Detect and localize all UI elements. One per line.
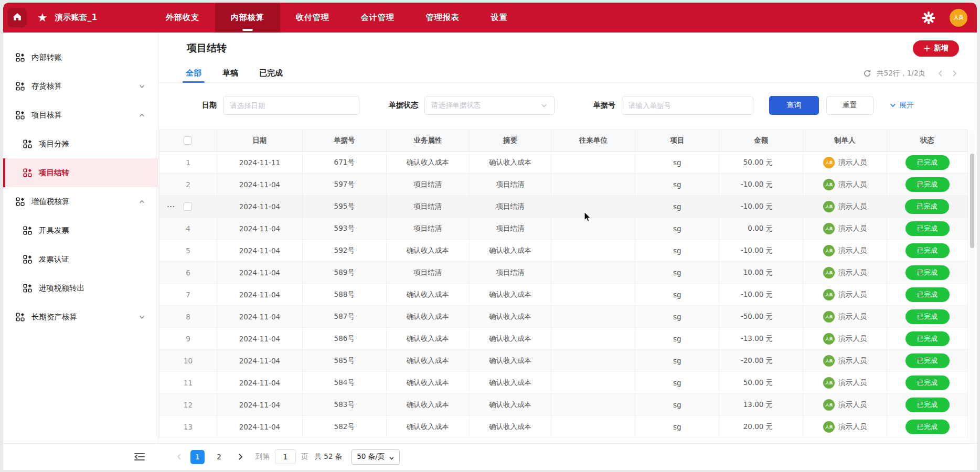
creator-avatar: 人员 [823, 355, 835, 367]
creator-name: 演示人员 [838, 158, 867, 167]
module-icon [16, 313, 25, 321]
row-more-actions-icon[interactable]: ⋯ [164, 196, 178, 217]
table-cell: 确认收入成本 [387, 152, 470, 173]
status-filter-label: 单据状态 [389, 101, 418, 110]
header-pager [937, 70, 958, 77]
table-cell: 13 [159, 416, 217, 437]
nav-item[interactable]: 会计管理 [345, 3, 410, 33]
table-cell: 592号 [303, 240, 387, 261]
favorite-star-icon[interactable]: ★ [37, 12, 48, 24]
creator-avatar: 人员 [823, 223, 835, 234]
table-row[interactable]: 122024-11-04583号确认收入成本确认收入成本sg13.00 元人员演… [159, 394, 967, 416]
chevron-down-icon [540, 102, 548, 109]
sidebar-item[interactable]: 项目分摊 [3, 130, 158, 158]
select-all-checkbox[interactable] [184, 136, 192, 145]
user-avatar[interactable]: 人员 [950, 9, 967, 27]
account-title: 演示账套_1 [55, 13, 98, 23]
table-cell: 项目结清 [470, 218, 552, 239]
table-row[interactable]: 12024-11-11671号确认收入成本确认收入成本sg50.00 元人员演示… [159, 152, 967, 174]
scrollbar-thumb[interactable] [970, 154, 974, 248]
row-number: 7 [186, 291, 190, 299]
table-cell [551, 218, 635, 239]
sidebar-item[interactable]: 存货核算 [3, 72, 158, 101]
table-cell: 已完成 [887, 262, 967, 283]
table-cell: sg [635, 284, 719, 305]
table-row[interactable]: 72024-11-04588号确认收入成本确认收入成本sg-10.00 元人员演… [159, 284, 967, 306]
sidebar-item[interactable]: 增值税核算 [3, 187, 158, 216]
chevron-down-icon [139, 314, 145, 320]
table-row[interactable]: 102024-11-04585号确认收入成本确认收入成本sg-20.00 元人员… [159, 350, 967, 372]
nav-item[interactable]: 设置 [475, 3, 524, 33]
status-badge: 已完成 [906, 287, 950, 302]
topbar-actions: 人员 [922, 9, 967, 27]
pagination-prev-icon[interactable] [176, 453, 183, 460]
sidebar-item[interactable]: 内部转账 [3, 43, 158, 72]
nav-item[interactable]: 内部核算 [215, 3, 280, 33]
goto-page-input[interactable] [275, 449, 296, 464]
table-row[interactable]: 42024-11-04593号项目结清项目结清sg0.00 元人员演示人员已完成 [159, 218, 967, 240]
sidebar-item[interactable]: 长期资产核算 [3, 303, 158, 331]
table-row[interactable]: 112024-11-04584号确认收入成本确认收入成本sg50.00 元人员演… [159, 372, 967, 394]
status-filter-select[interactable]: 请选择单据状态 [424, 96, 555, 115]
row-number: 10 [184, 357, 193, 365]
row-checkbox[interactable] [184, 202, 192, 211]
tab[interactable]: 已完成 [259, 64, 283, 82]
creator-avatar: 人员 [823, 157, 835, 168]
sidebar-collapse-icon[interactable] [134, 452, 145, 462]
refresh-icon[interactable] [863, 69, 871, 78]
table-cell: 确认收入成本 [387, 372, 470, 393]
table-cell: 人员演示人员 [803, 328, 887, 349]
sidebar-item[interactable]: 开具发票 [3, 216, 158, 245]
sidebar-item[interactable]: 项目核算 [3, 101, 158, 130]
search-button[interactable]: 查询 [769, 96, 819, 115]
table-row[interactable]: 22024-11-04597号项目结清项目结清sg-10.00 元人员演示人员已… [159, 174, 967, 196]
prev-page-icon[interactable] [937, 70, 944, 77]
table-cell: sg [635, 306, 719, 327]
table-cell: 10.00 元 [719, 262, 803, 283]
creator-name: 演示人员 [838, 268, 867, 277]
nav-item[interactable]: 外部收支 [150, 3, 215, 33]
tab[interactable]: 草稿 [222, 64, 238, 82]
table-cell: sg [635, 196, 719, 217]
pagination-next-icon[interactable] [237, 453, 244, 460]
table-row[interactable]: 132024-11-04582号确认收入成本确认收入成本sg20.00 元人员演… [159, 416, 967, 438]
docno-filter-input[interactable] [622, 96, 753, 115]
table-cell: 人员演示人员 [803, 284, 887, 305]
nav-item[interactable]: 收付管理 [280, 3, 345, 33]
sidebar-item[interactable]: 项目结转 [3, 158, 158, 187]
table-cell: 确认收入成本 [387, 328, 470, 349]
add-new-button[interactable]: + 新增 [913, 40, 959, 57]
table-cell [551, 394, 635, 415]
module-icon [23, 284, 32, 293]
nav-item[interactable]: 管理报表 [410, 3, 475, 33]
home-button[interactable] [7, 8, 27, 27]
table-row[interactable]: 52024-11-04592号确认收入成本确认收入成本sg-10.00 元人员演… [159, 240, 967, 262]
table-cell: -10.00 元 [719, 240, 803, 261]
table-row[interactable]: 2024-11-04595号项目结清项目结清sg-10.00 元人员演示人员已完… [159, 196, 967, 218]
settings-gear-icon[interactable] [922, 12, 935, 24]
pagination-page-1[interactable]: 1 [190, 450, 205, 464]
reset-button[interactable]: 重置 [826, 96, 874, 115]
table-cell: 2024-11-04 [217, 306, 303, 327]
date-filter-input[interactable] [223, 96, 359, 115]
table-cell: 2 [159, 174, 217, 195]
page-size-select[interactable]: 50 条/页 [351, 449, 400, 465]
table-row[interactable]: 62024-11-04589号项目结清项目结清sg10.00 元人员演示人员已完… [159, 262, 967, 284]
table-cell: 583号 [303, 394, 387, 415]
table-cell: 12 [159, 394, 217, 415]
sidebar-item[interactable]: 进项税额转出 [3, 274, 158, 303]
sidebar-item[interactable]: 发票认证 [3, 245, 158, 274]
expand-filters-link[interactable]: 展开 [889, 101, 914, 110]
vertical-scrollbar[interactable] [970, 130, 975, 469]
table-cell: 已完成 [887, 416, 967, 437]
table-cell: 2024-11-04 [217, 218, 303, 239]
next-page-icon[interactable] [951, 70, 958, 77]
creator-avatar: 人员 [823, 333, 835, 345]
table-cell: 4 [159, 218, 217, 239]
pagination-page-2[interactable]: 2 [212, 450, 226, 464]
creator-name: 演示人员 [838, 334, 867, 344]
table-cell: 2024-11-04 [217, 416, 303, 437]
table-row[interactable]: 82024-11-04587号确认收入成本确认收入成本sg-50.00 元人员演… [159, 306, 967, 328]
table-row[interactable]: 92024-11-04586号确认收入成本确认收入成本sg-13.00 元人员演… [159, 328, 967, 350]
tab[interactable]: 全部 [186, 64, 201, 82]
